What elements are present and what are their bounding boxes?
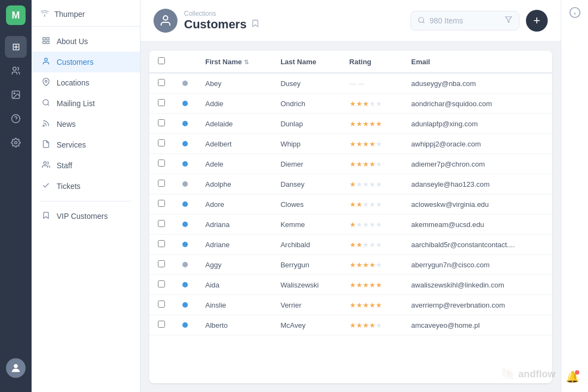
sidebar-item-services[interactable]: Services <box>32 134 140 155</box>
row-checkbox[interactable] <box>158 280 165 287</box>
sidebar-item-tickets[interactable]: Tickets <box>32 176 140 197</box>
user-avatar[interactable] <box>6 358 26 378</box>
row-checkbox-cell[interactable] <box>149 134 174 154</box>
row-checkbox[interactable] <box>158 160 165 167</box>
search-bar[interactable]: 980 Items <box>411 11 519 30</box>
watermark: 🐚 andflow <box>500 367 555 381</box>
row-checkbox[interactable] <box>158 200 165 207</box>
row-checkbox-cell[interactable] <box>149 295 174 315</box>
table-row: Adore Clowes ★★★★★ acloweskw@virginia.ed… <box>149 194 552 215</box>
icon-bar: M ⊞ <box>0 0 32 392</box>
row-checkbox-cell[interactable] <box>149 174 174 194</box>
tickets-icon <box>40 181 51 191</box>
email-cell: awhippj2@oracle.com <box>402 134 552 154</box>
row-checkbox-cell[interactable] <box>149 235 174 255</box>
email-cell: aberrygun7n@cisco.com <box>402 255 552 275</box>
sidebar-wifi-icon <box>40 9 49 20</box>
sidebar-item-news[interactable]: News <box>32 114 140 134</box>
row-checkbox-cell[interactable] <box>149 315 174 335</box>
first-name-cell: Ainslie <box>197 295 272 315</box>
row-checkbox[interactable] <box>158 321 165 328</box>
row-checkbox-cell[interactable] <box>149 275 174 295</box>
sidebar-item-customers[interactable]: Customers <box>32 52 140 72</box>
status-dot-cell <box>174 215 197 235</box>
row-checkbox-cell[interactable] <box>149 215 174 235</box>
table-row: Ainslie Verrier ★★★★★ averriernp@reverbn… <box>149 295 552 315</box>
email-cell: adunlapfp@xing.com <box>402 114 552 134</box>
sidebar-item-locations[interactable]: Locations <box>32 72 140 93</box>
sidebar-label-customers: Customers <box>57 58 94 66</box>
main-content: Collections Customers 980 Items <box>140 0 561 392</box>
sidebar-item-about-us[interactable]: About Us <box>32 31 140 52</box>
row-checkbox-cell[interactable] <box>149 194 174 215</box>
row-checkbox-cell[interactable] <box>149 114 174 134</box>
svg-point-12 <box>45 58 47 61</box>
iconbar-image[interactable] <box>5 84 27 106</box>
first-name-cell: Aida <box>197 275 272 295</box>
iconbar-users[interactable] <box>5 60 27 82</box>
sidebar-item-mailing-list[interactable]: Mailing List <box>32 93 140 114</box>
row-checkbox[interactable] <box>158 180 165 187</box>
table-row: Aida Waliszewski ★★★★★ awaliszewskihl@li… <box>149 275 552 295</box>
search-icon <box>418 16 425 26</box>
row-checkbox[interactable] <box>158 99 165 106</box>
iconbar-settings[interactable] <box>5 132 27 154</box>
svg-point-2 <box>14 93 15 94</box>
row-checkbox[interactable] <box>158 220 165 227</box>
status-dot-cell <box>174 73 197 94</box>
rating-cell: ★★★★★ <box>341 235 403 255</box>
th-rating[interactable]: Rating <box>341 51 403 73</box>
status-dot <box>182 121 188 126</box>
iconbar-grid[interactable]: ⊞ <box>5 36 27 58</box>
last-name-cell: Dansey <box>272 174 340 194</box>
th-last-name[interactable]: Last Name <box>272 51 340 73</box>
sidebar-divider <box>40 201 131 201</box>
status-dot <box>182 181 188 187</box>
row-checkbox[interactable] <box>158 79 165 86</box>
th-first-name[interactable]: First Name ⇅ <box>197 51 272 73</box>
th-email[interactable]: Email <box>402 51 552 73</box>
row-checkbox-cell[interactable] <box>149 94 174 114</box>
breadcrumb: Collections <box>184 10 260 17</box>
rating-cell: ★★★★★ <box>341 295 403 315</box>
row-checkbox[interactable] <box>158 301 165 308</box>
last-name-cell: Verrier <box>272 295 340 315</box>
app-logo[interactable]: M <box>6 5 26 25</box>
row-checkbox[interactable] <box>158 260 165 267</box>
table-row: Aggy Berrygun ★★★★★ aberrygun7n@cisco.co… <box>149 255 552 275</box>
row-checkbox[interactable] <box>158 119 165 126</box>
sidebar-item-vip-customers[interactable]: VIP Customers <box>32 206 140 226</box>
status-dot <box>182 141 188 146</box>
rating-cell: ★★★★★ <box>341 154 403 174</box>
select-all-header[interactable] <box>149 51 174 73</box>
row-checkbox-cell[interactable] <box>149 73 174 94</box>
row-checkbox-cell[interactable] <box>149 255 174 275</box>
add-button[interactable]: + <box>526 10 548 32</box>
svg-rect-10 <box>46 41 48 44</box>
status-dot-cell <box>174 94 197 114</box>
sidebar-item-staff[interactable]: Staff <box>32 155 140 176</box>
select-all-checkbox[interactable] <box>158 57 165 64</box>
filter-icon[interactable] <box>505 16 512 26</box>
sidebar-label-news: News <box>57 120 76 128</box>
notification-bell[interactable]: 🔔 <box>566 370 579 383</box>
search-item-count: 980 Items <box>430 16 463 25</box>
row-checkbox-cell[interactable] <box>149 154 174 174</box>
bookmark-icon[interactable] <box>251 19 260 30</box>
table-row: Adriane Archibald ★★★★★ aarchibald5r@con… <box>149 235 552 255</box>
status-dot-cell <box>174 315 197 335</box>
row-checkbox[interactable] <box>158 240 165 247</box>
status-dot-cell <box>174 275 197 295</box>
info-button[interactable] <box>569 7 581 21</box>
table-header: First Name ⇅ Last Name Rating Email <box>149 51 552 73</box>
sidebar-label-about-us: About Us <box>57 37 88 46</box>
header-right: 980 Items + <box>411 10 548 32</box>
sidebar-label-mailing-list: Mailing List <box>57 99 95 108</box>
svg-point-13 <box>45 80 47 82</box>
table-row: Addie Ondrich ★★★★★ aondrichar@squidoo.c… <box>149 94 552 114</box>
row-checkbox[interactable] <box>158 139 165 146</box>
first-name-cell: Aggy <box>197 255 272 275</box>
iconbar-help[interactable] <box>5 108 27 130</box>
svg-point-5 <box>15 142 17 144</box>
email-cell: amcaveyeo@home.pl <box>402 315 552 335</box>
